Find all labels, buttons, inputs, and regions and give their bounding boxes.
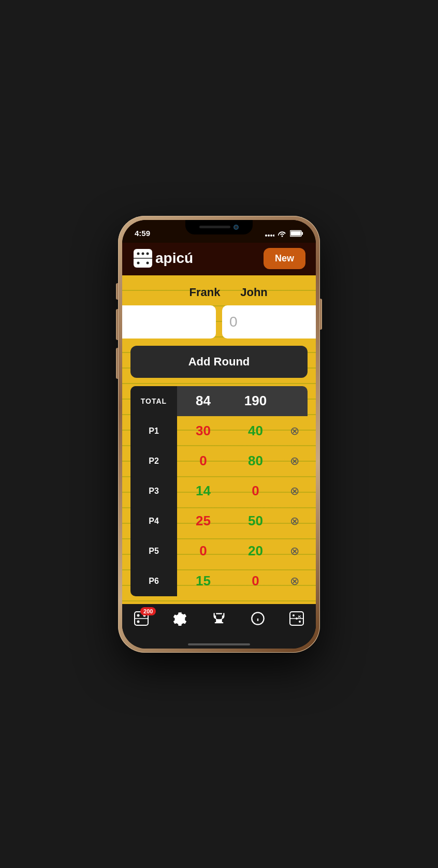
bottom-nav: 200: [122, 604, 316, 641]
round-p2-p1: 40: [229, 423, 282, 439]
round-label-p6: P6: [130, 566, 177, 596]
svg-point-9: [142, 253, 144, 255]
round-scores-p1: 30 40: [177, 423, 282, 439]
round-p1-p3: 14: [177, 483, 229, 499]
status-time: 4:59: [135, 229, 150, 238]
round-row-p1: P1 30 40 ⊗: [130, 416, 308, 446]
phone-frame: 4:59: [118, 216, 320, 653]
svg-rect-6: [290, 231, 301, 235]
round-label-p1: P1: [130, 416, 177, 446]
round-label-p2: P2: [130, 446, 177, 476]
round-scores-p4: 25 50: [177, 513, 282, 529]
phone-screen: 4:59: [122, 220, 316, 649]
signal-dots-icon: [265, 230, 274, 237]
svg-point-10: [147, 253, 149, 255]
svg-point-8: [137, 253, 140, 255]
notch: [185, 220, 253, 234]
player2-score-input[interactable]: [222, 305, 316, 339]
power-button: [320, 299, 322, 330]
add-round-button[interactable]: Add Round: [130, 346, 308, 378]
nav-badge: 200: [140, 607, 156, 615]
silent-switch: [116, 283, 118, 300]
round-scores-p3: 14 0: [177, 483, 282, 499]
nav-item-settings[interactable]: [168, 609, 193, 631]
svg-text:K: K: [298, 614, 301, 619]
logo-area: apicú: [133, 248, 193, 269]
round-label-p4: P4: [130, 506, 177, 536]
delete-round-p6-button[interactable]: ⊗: [282, 575, 308, 588]
round-label-p3: P3: [130, 476, 177, 506]
round-p2-p2: 80: [229, 453, 282, 469]
total-player2: 190: [229, 393, 282, 409]
main-content: Frank John Add Round TOTAL: [122, 275, 316, 604]
round-label-p5: P5: [130, 536, 177, 566]
round-p2-p3: 0: [229, 483, 282, 499]
total-scores: 84 190: [177, 393, 282, 409]
svg-point-17: [137, 620, 140, 623]
delete-round-p1-button[interactable]: ⊗: [282, 424, 308, 438]
player1-name: Frank: [183, 286, 226, 299]
round-p2-p6: 0: [229, 573, 282, 589]
round-row-p5: P5 0 20 ⊗: [130, 536, 308, 566]
delete-round-p2-button[interactable]: ⊗: [282, 454, 308, 468]
wifi-icon: [278, 230, 287, 237]
new-button[interactable]: New: [264, 248, 305, 269]
trophy-nav-icon: [212, 611, 226, 629]
status-icons: [265, 230, 303, 237]
player-names-row: Frank John: [130, 286, 308, 299]
logo-domino-icon: [133, 248, 153, 269]
round-p1-p6: 15: [177, 573, 229, 589]
logo-text: apicú: [155, 250, 193, 267]
help-nav-icon: [251, 611, 265, 629]
svg-point-2: [270, 234, 272, 237]
round-p1-p5: 0: [177, 543, 229, 559]
nav-item-trophy[interactable]: [207, 609, 231, 631]
svg-point-3: [273, 234, 274, 237]
svg-point-12: [137, 262, 140, 264]
svg-point-15: [137, 614, 140, 616]
delete-round-p3-button[interactable]: ⊗: [282, 484, 308, 498]
player1-score-input[interactable]: [122, 305, 216, 339]
svg-point-1: [268, 234, 270, 237]
round-p2-p4: 50: [229, 513, 282, 529]
total-row: TOTAL 84 190: [130, 386, 308, 416]
score-inputs-row: [130, 305, 308, 339]
app-header: apicú New: [122, 243, 316, 275]
svg-rect-5: [302, 232, 303, 235]
svg-point-23: [299, 621, 301, 623]
volume-down-button: [116, 348, 118, 379]
settings-nav-icon: [173, 611, 187, 629]
player2-name: John: [232, 286, 275, 299]
svg-point-0: [265, 234, 267, 237]
total-label: TOTAL: [130, 386, 177, 416]
total-player1: 84: [177, 393, 229, 409]
round-scores-p6: 15 0: [177, 573, 282, 589]
home-indicator: [122, 641, 316, 649]
svg-point-13: [147, 262, 149, 264]
nav-item-brand[interactable]: K: [284, 609, 309, 631]
round-row-p2: P2 0 80 ⊗: [130, 446, 308, 476]
round-p2-p5: 20: [229, 543, 282, 559]
nav-item-domino[interactable]: 200: [129, 609, 154, 631]
nav-item-help[interactable]: [245, 609, 270, 631]
round-p1-p2: 0: [177, 453, 229, 469]
brand-nav-icon: K: [289, 611, 304, 629]
camera: [233, 225, 239, 230]
svg-point-21: [293, 614, 295, 616]
home-bar: [188, 643, 250, 645]
round-rows-container: P1 30 40 ⊗ P2 0 80 ⊗ P3 14 0 ⊗ P4 25: [130, 416, 308, 596]
lined-background: Frank John Add Round TOTAL: [122, 275, 316, 604]
round-p1-p1: 30: [177, 423, 229, 439]
scores-table: TOTAL 84 190 P1 30 40 ⊗ P2 0: [130, 386, 308, 596]
round-scores-p5: 0 20: [177, 543, 282, 559]
speaker: [199, 226, 230, 228]
round-row-p4: P4 25 50 ⊗: [130, 506, 308, 536]
volume-up-button: [116, 309, 118, 340]
round-scores-p2: 0 80: [177, 453, 282, 469]
delete-round-p5-button[interactable]: ⊗: [282, 545, 308, 558]
battery-icon: [290, 230, 303, 237]
delete-round-p4-button[interactable]: ⊗: [282, 514, 308, 528]
round-row-p3: P3 14 0 ⊗: [130, 476, 308, 506]
round-p1-p4: 25: [177, 513, 229, 529]
round-row-p6: P6 15 0 ⊗: [130, 566, 308, 596]
